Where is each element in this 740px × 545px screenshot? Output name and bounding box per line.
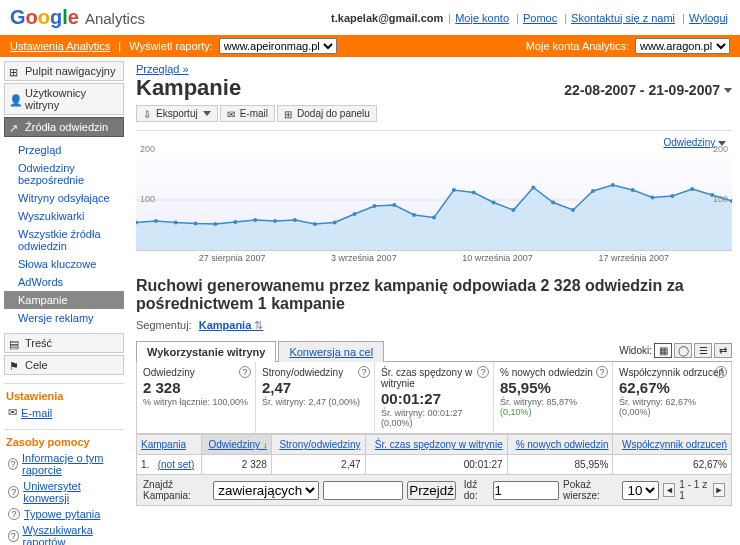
svg-point-28 (670, 194, 674, 198)
filter-go-button[interactable]: Przejdź (407, 481, 455, 500)
goto-input[interactable] (493, 481, 560, 500)
svg-point-12 (353, 212, 357, 216)
help-icon[interactable]: ? (358, 366, 370, 378)
help-icon: ? (8, 458, 18, 470)
nav-goals[interactable]: ⚑Cele (4, 355, 124, 375)
nav-label: Cele (25, 359, 48, 371)
svg-point-7 (253, 218, 257, 222)
help-icon: ? (8, 486, 19, 498)
view-table-button[interactable]: ▦ (654, 343, 672, 358)
nav-label: Pulpit nawigacyjny (25, 65, 116, 77)
svg-point-22 (551, 201, 555, 205)
next-page-button[interactable]: ► (713, 483, 725, 497)
svg-point-23 (571, 208, 575, 212)
sidebar-item[interactable]: AdWords (4, 273, 124, 291)
resource-link[interactable]: Uniwersytet konwersji (23, 480, 122, 504)
help-icon[interactable]: ? (239, 366, 251, 378)
svg-point-21 (531, 186, 535, 190)
view-bar-button[interactable]: ☰ (694, 343, 712, 358)
help-icon[interactable]: ? (596, 366, 608, 378)
segment-selector[interactable]: Kampania ⇅ (199, 319, 264, 331)
column-header[interactable]: Odwiedziny ↓ (201, 435, 271, 455)
nav-visitors[interactable]: 👤Użytkownicy witryny (4, 83, 124, 115)
visits-chart: 200200 100100 (136, 150, 732, 250)
view-pie-button[interactable]: ◯ (674, 343, 692, 358)
email-button[interactable]: ✉E-mail (220, 105, 275, 122)
svg-point-18 (472, 191, 476, 195)
svg-point-2 (154, 219, 158, 223)
chevron-down-icon (718, 141, 726, 146)
svg-point-6 (233, 220, 237, 224)
rows-select[interactable]: 10 (622, 481, 659, 500)
resource-link[interactable]: Typowe pytania (24, 508, 100, 520)
sidebar-item[interactable]: Słowa kluczowe (4, 255, 124, 273)
view-compare-button[interactable]: ⇄ (714, 343, 732, 358)
row-link[interactable]: (not set) (158, 459, 195, 470)
nav-label: Źródła odwiedzin (25, 121, 108, 133)
site-select[interactable]: www.apeironmag.pl (219, 38, 337, 54)
svg-point-11 (333, 221, 337, 225)
metric-box: Współczynnik odrzuceń62,67%Śr. witryny: … (613, 362, 731, 433)
filter-mode-select[interactable]: zawierających (213, 481, 319, 500)
link-email-settings[interactable]: E-mail (21, 407, 52, 419)
find-label: Znajdź Kampania: (143, 479, 209, 501)
export-icon: ⇩ (143, 109, 153, 119)
data-table: KampaniaOdwiedziny ↓Strony/odwiedzinyŚr.… (136, 434, 732, 475)
prev-page-button[interactable]: ◄ (663, 483, 675, 497)
google-logo: Google (10, 6, 79, 29)
sidebar-item[interactable]: Wyszukiwarki (4, 207, 124, 225)
sidebar-item[interactable]: Przegląd (4, 141, 124, 159)
chart-metric-selector[interactable]: Odwiedziny (664, 137, 716, 148)
svg-point-26 (631, 188, 635, 192)
date-range-picker[interactable]: 22-08-2007 - 21-09-2007 (564, 82, 732, 98)
help-icon: ? (8, 530, 19, 542)
help-icon[interactable]: ? (715, 366, 727, 378)
account-select[interactable]: www.aragon.pl (635, 38, 730, 54)
svg-point-13 (372, 204, 376, 208)
help-icon[interactable]: ? (477, 366, 489, 378)
svg-point-20 (511, 208, 515, 212)
header-links: t.kapelak@gmail.com |Moje konto |Pomoc |… (331, 12, 730, 24)
column-header[interactable]: Współczynnik odrzuceń (613, 435, 732, 455)
content-icon: ▤ (9, 338, 21, 348)
email-icon: ✉ (227, 109, 237, 119)
sidebar-item[interactable]: Odwiedziny bezpośrednie (4, 159, 124, 189)
nav-traffic-sources[interactable]: ↗Źródła odwiedzin (4, 117, 124, 137)
column-header[interactable]: Kampania (137, 435, 202, 455)
view-reports-label: Wyświetl raporty: (129, 40, 213, 52)
export-button[interactable]: ⇩Eksportuj (136, 105, 218, 122)
tab-goal-conversion[interactable]: Konwersja na cel (278, 341, 384, 362)
link-logout[interactable]: Wyloguj (689, 12, 728, 24)
svg-point-15 (412, 213, 416, 217)
metric-box: Strony/odwiedziny2,47Śr. witryny: 2,47 (… (256, 362, 375, 433)
breadcrumb[interactable]: Przegląd » (136, 63, 189, 75)
sidebar-item[interactable]: Witryny odsyłające (4, 189, 124, 207)
column-header[interactable]: % nowych odwiedzin (507, 435, 613, 455)
column-header[interactable]: Śr. czas spędzony w witrynie (365, 435, 507, 455)
link-analytics-settings[interactable]: Ustawienia Analytics (10, 40, 110, 52)
nav-content[interactable]: ▤Treść (4, 333, 124, 353)
add-to-dashboard-button[interactable]: ⊞Dodaj do panelu (277, 105, 377, 122)
svg-point-16 (432, 216, 436, 220)
filter-input[interactable] (323, 481, 403, 500)
link-contact[interactable]: Skontaktuj się z nami (571, 12, 675, 24)
sidebar-item[interactable]: Wszystkie źródła odwiedzin (4, 225, 124, 255)
tab-site-usage[interactable]: Wykorzystanie witryny (136, 341, 276, 362)
sidebar-item[interactable]: Wersje reklamy (4, 309, 124, 327)
column-header[interactable]: Strony/odwiedziny (271, 435, 365, 455)
svg-point-9 (293, 218, 297, 222)
nav-dashboard[interactable]: ⊞Pulpit nawigacyjny (4, 61, 124, 81)
rows-label: Pokaż wiersze: (563, 479, 618, 501)
views-label: Widoki: (619, 345, 652, 356)
resource-link[interactable]: Wyszukiwarka raportów (23, 524, 122, 545)
sidebar: ⊞Pulpit nawigacyjny 👤Użytkownicy witryny… (0, 57, 128, 545)
svg-point-5 (213, 222, 217, 226)
chevron-down-icon (724, 88, 732, 93)
nav-label: Użytkownicy witryny (25, 87, 119, 111)
sidebar-item[interactable]: Kampanie (4, 291, 124, 309)
link-help[interactable]: Pomoc (523, 12, 557, 24)
resource-link[interactable]: Informacje o tym raporcie (22, 452, 122, 476)
link-my-account[interactable]: Moje konto (455, 12, 509, 24)
sub-nav-list: PrzeglądOdwiedziny bezpośrednieWitryny o… (4, 139, 124, 333)
metric-box: Odwiedziny2 328% witryn łącznie: 100,00%… (137, 362, 256, 433)
